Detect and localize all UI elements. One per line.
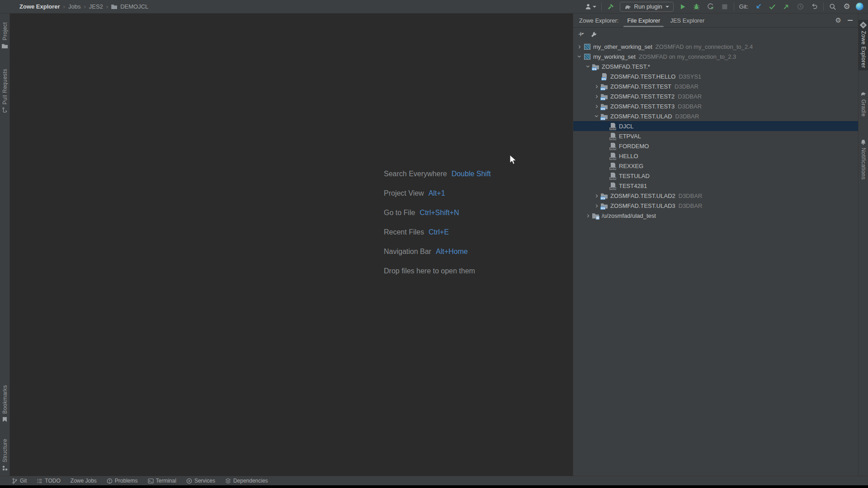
run-configuration-label: Run plugin [634, 3, 662, 10]
build-project-button[interactable] [606, 2, 616, 12]
statusbar-item-git[interactable]: Git [12, 478, 27, 484]
tree-chevron-icon[interactable] [584, 63, 592, 70]
tree-chevron-icon[interactable] [584, 212, 592, 219]
undo-icon [811, 3, 818, 10]
breadcrumb-item-jes2[interactable]: JES2 [89, 3, 103, 10]
run-configuration-select[interactable]: Run plugin [620, 2, 674, 12]
sidebar-item-gradle[interactable]: Gradle [859, 89, 868, 119]
tree-chevron-icon[interactable] [576, 53, 584, 60]
tree-item-icon [584, 53, 591, 60]
edit-config-button[interactable] [590, 32, 597, 38]
statusbar-item-label: Services [194, 478, 215, 484]
wrench-icon [590, 32, 597, 38]
tree-item-label: DJCL [619, 123, 634, 130]
breadcrumb-item-jobs[interactable]: Jobs [68, 3, 80, 10]
chevron-down-icon [581, 33, 584, 34]
tree-chevron-icon[interactable] [593, 202, 601, 209]
tab-file-explorer[interactable]: File Explorer [626, 14, 661, 27]
user-menu-button[interactable] [584, 2, 597, 12]
chevron-right-icon: › [106, 3, 108, 10]
tree-item-icon [609, 123, 617, 130]
tree-chevron-icon[interactable] [576, 43, 584, 50]
breadcrumb-item-demojcl[interactable]: DEMOJCL [120, 3, 148, 10]
statusbar-item-label: Problems [115, 478, 138, 484]
tree-chevron-icon[interactable] [593, 93, 601, 100]
sidebar-item-pull-requests[interactable]: Pull Requests [0, 66, 10, 115]
statusbar-item-services[interactable]: Services [186, 478, 215, 484]
tree-item-suffix: ZOSMFAD on my_connection_to_2.4 [656, 43, 753, 50]
statusbar-item-dependencies[interactable]: Dependencies [225, 478, 268, 484]
shortcut-action-label: Recent Files [384, 228, 424, 236]
tree-item-icon [601, 103, 608, 110]
statusbar-item-label: Zowe Jobs [71, 478, 97, 484]
panel-settings-button[interactable]: ⚙ [835, 17, 841, 24]
tree-item-suffix: D3DBAR [675, 83, 698, 90]
bell-icon [860, 139, 866, 145]
panel-header-actions: ⚙ [835, 14, 853, 27]
tree-row[interactable]: ZOSMFAD.TEST.TEST3 D3DBAR [573, 101, 858, 111]
tree-row[interactable]: my_other_working_set ZOSMFAD on my_conne… [573, 42, 858, 52]
tree-row[interactable]: ZOSMFAD.TEST.ULAD3 D3DBAR [573, 201, 858, 211]
gear-icon: ⚙ [843, 3, 850, 10]
chevron-down-icon [593, 6, 596, 8]
tree-row[interactable]: ZOSMFAD.TEST.TEST2 D3DBAR [573, 91, 858, 101]
gradle-elephant-icon [860, 91, 866, 97]
statusbar-item-problems[interactable]: Problems [107, 478, 138, 484]
hide-panel-button[interactable] [848, 20, 853, 21]
git-push-button[interactable] [781, 2, 791, 12]
sidebar-item-structure[interactable]: Structure [0, 436, 10, 473]
tree-row[interactable]: ZOSMFAD.TEST.ULAD D3DBAR [573, 111, 858, 121]
tree-item-label: ZOSMFAD.TEST.ULAD2 [610, 192, 675, 199]
screen-bottom-edge [0, 485, 868, 488]
terminal-icon [148, 478, 154, 484]
shortcut-action-label: Project View [384, 189, 424, 197]
tree-chevron-icon[interactable] [593, 192, 601, 199]
search-everywhere-button[interactable] [828, 2, 838, 12]
user-avatar[interactable] [856, 3, 863, 10]
tree-chevron-icon[interactable] [593, 83, 601, 90]
tree-item-icon [609, 173, 617, 179]
sidebar-item-zowe-explorer[interactable]: Zowe Explorer [859, 20, 868, 70]
panel-tabs: File Explorer JES Explorer [626, 14, 705, 27]
tree-chevron-icon[interactable] [593, 103, 601, 110]
history-button[interactable] [795, 2, 805, 12]
git-commit-button[interactable] [767, 2, 777, 12]
tree-item-label: ZOSMFAD.TEST.* [602, 63, 650, 70]
tree-item-icon [609, 143, 617, 150]
run-button[interactable] [678, 2, 688, 12]
tree-chevron-icon[interactable] [593, 113, 601, 120]
sidebar-item-project[interactable]: Project [0, 20, 10, 51]
tree-row[interactable]: ZOSMFAD.TEST.TEST D3DBAR [573, 81, 858, 91]
profiler-button[interactable] [706, 2, 716, 12]
tree-row[interactable]: DJCL [573, 121, 858, 131]
tree-row[interactable]: ETPVAL [573, 131, 858, 141]
tree-row[interactable]: my_working_set ZOSMFAD on my_connection_… [573, 52, 858, 61]
add-button[interactable]: + [578, 31, 586, 39]
sidebar-item-label: Gradle [860, 99, 867, 117]
tree-item-label: my_other_working_set [593, 43, 652, 50]
statusbar-item-todo[interactable]: TODO [37, 478, 60, 484]
sidebar-item-notifications[interactable]: Notifications [859, 137, 868, 182]
stop-button[interactable] [720, 2, 730, 12]
tree-row[interactable]: REXXEG [573, 161, 858, 171]
tab-jes-explorer[interactable]: JES Explorer [669, 14, 705, 27]
tree-row[interactable]: HELLO [573, 151, 858, 161]
debug-button[interactable] [692, 2, 702, 12]
tree-row[interactable]: FORDEMO [573, 141, 858, 151]
shortcut-keys: Alt+Home [436, 248, 468, 256]
git-update-button[interactable] [753, 2, 763, 12]
tree-row[interactable]: /u/zosmfad/ulad_test [573, 211, 858, 221]
drop-hint-row: Drop files here to open them [384, 261, 491, 281]
breadcrumb-item-zowe-explorer[interactable]: Zowe Explorer [19, 3, 60, 10]
tree-row[interactable]: ZOSMFAD.TEST.HELLO D3SYS1 [573, 71, 858, 81]
rollback-button[interactable] [809, 2, 819, 12]
git-label: Git: [739, 3, 748, 10]
tree-row[interactable]: ZOSMFAD.TEST.* [573, 61, 858, 71]
tree-row[interactable]: ZOSMFAD.TEST.ULAD2 D3DBAR [573, 191, 858, 201]
sidebar-item-bookmarks[interactable]: Bookmarks [0, 383, 10, 425]
tree-row[interactable]: TEST4281 [573, 181, 858, 191]
statusbar-item-terminal[interactable]: Terminal [148, 478, 176, 484]
settings-button[interactable]: ⚙ [842, 2, 852, 12]
statusbar-item-zowe-jobs[interactable]: Zowe Jobs [71, 478, 97, 484]
tree-row[interactable]: TESTULAD [573, 171, 858, 181]
